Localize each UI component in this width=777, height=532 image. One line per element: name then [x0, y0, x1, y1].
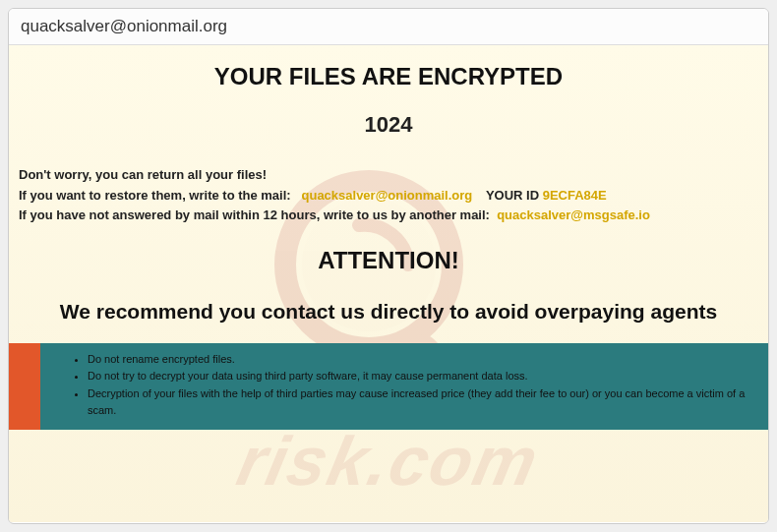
primary-email: quacksalver@onionmail.org	[302, 188, 473, 203]
titlebar[interactable]: quacksalver@onionmail.org	[9, 9, 768, 45]
info-line-3: If you have not answered by mail within …	[19, 206, 758, 225]
inner-content: YOUR FILES ARE ENCRYPTED 1024 Don't worr…	[9, 63, 768, 430]
watermark-text: risk.com	[231, 422, 547, 501]
your-id-label: YOUR ID	[486, 188, 539, 203]
info-line-2: If you want to restore them, write to th…	[19, 186, 758, 206]
secondary-email: quacksalver@msgsafe.io	[497, 207, 650, 222]
line3-prefix: If you have not answered by mail within …	[19, 207, 490, 222]
application-window: quacksalver@onionmail.org risk.com YOUR …	[8, 8, 769, 524]
window-title: quacksalver@onionmail.org	[21, 17, 227, 35]
heading-attention: ATTENTION!	[9, 247, 768, 274]
content-area: risk.com YOUR FILES ARE ENCRYPTED 1024 D…	[9, 45, 768, 522]
list-item: Do not rename encrypted files.	[88, 351, 748, 369]
notice-block: Do not rename encrypted files. Do not tr…	[9, 343, 768, 430]
your-id-value: 9ECFA84E	[543, 188, 607, 203]
heading-recommend: We recommend you contact us directly to …	[9, 300, 768, 324]
info-block: Don't worry, you can return all your fil…	[9, 165, 768, 225]
heading-number: 1024	[9, 112, 768, 138]
list-item: Do not try to decrypt your data using th…	[88, 368, 748, 385]
notice-accent-bar	[9, 343, 40, 430]
info-line-1: Don't worry, you can return all your fil…	[19, 165, 758, 185]
list-item: Decryption of your files with the help o…	[88, 385, 748, 420]
notice-list: Do not rename encrypted files. Do not tr…	[70, 351, 748, 420]
line2-prefix: If you want to restore them, write to th…	[19, 188, 291, 203]
heading-encrypted: YOUR FILES ARE ENCRYPTED	[9, 63, 768, 90]
notice-list-container: Do not rename encrypted files. Do not tr…	[40, 343, 768, 430]
